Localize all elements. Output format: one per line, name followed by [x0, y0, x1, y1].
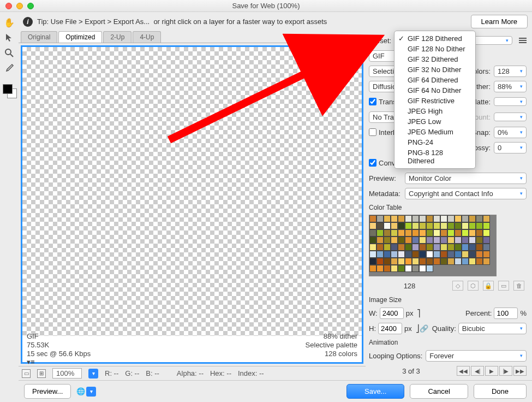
color-swatch-cell[interactable] [433, 244, 440, 251]
color-swatch-cell[interactable] [455, 251, 462, 258]
preview-button[interactable]: Preview... [24, 384, 71, 399]
ct-new-icon[interactable]: ▭ [498, 281, 509, 291]
color-swatch-cell[interactable] [426, 222, 433, 229]
first-frame-button[interactable]: ◀◀ [457, 366, 470, 376]
tab-optimized[interactable]: Optimized [58, 31, 102, 43]
color-swatch-cell[interactable] [384, 222, 391, 229]
ct-trash-icon[interactable]: 🗑 [513, 281, 524, 291]
color-swatch-cell[interactable] [440, 258, 447, 265]
tab-original[interactable]: Original [21, 31, 57, 43]
color-swatch-cell[interactable] [447, 222, 455, 229]
preset-option[interactable]: GIF 32 No Dither [394, 64, 475, 75]
zoom-tool[interactable] [2, 47, 16, 59]
color-swatch-cell[interactable] [469, 258, 476, 265]
zoom-dropdown-icon[interactable]: ▾ [88, 369, 98, 379]
color-swatch-cell[interactable] [369, 229, 376, 237]
color-swatch-cell[interactable] [469, 215, 476, 222]
hand-tool[interactable]: ✋ [2, 16, 16, 28]
color-swatch-cell[interactable] [483, 244, 490, 251]
preset-option[interactable]: JPEG Medium [394, 127, 475, 137]
save-button[interactable]: Save... [346, 384, 404, 399]
color-swatch-cell[interactable] [455, 222, 462, 229]
color-swatch-cell[interactable] [483, 229, 490, 237]
color-swatch-cell[interactable] [398, 265, 405, 272]
color-swatch-cell[interactable] [419, 229, 426, 237]
color-swatch-cell[interactable] [455, 215, 462, 222]
color-swatch-cell[interactable] [405, 244, 412, 251]
color-swatch-cell[interactable] [462, 244, 469, 251]
prev-frame-button[interactable]: ◀| [471, 366, 484, 376]
color-swatch-cell[interactable] [391, 222, 398, 229]
color-swatch-cell[interactable] [398, 244, 405, 251]
color-swatch-cell[interactable] [419, 251, 426, 258]
color-swatch-cell[interactable] [419, 222, 426, 229]
preset-option[interactable]: JPEG High [394, 106, 475, 116]
color-swatch-cell[interactable] [476, 237, 483, 244]
color-swatch-cell[interactable] [384, 265, 391, 272]
color-swatch-cell[interactable] [369, 258, 376, 265]
color-swatch-cell[interactable] [433, 237, 440, 244]
color-swatch-cell[interactable] [447, 244, 455, 251]
color-swatch-cell[interactable] [469, 244, 476, 251]
color-swatch[interactable] [2, 83, 17, 98]
preset-option[interactable]: GIF 128 No Dither [394, 44, 475, 54]
color-swatch-cell[interactable] [447, 251, 455, 258]
next-frame-button[interactable]: |▶ [499, 366, 512, 376]
learn-more-button[interactable]: Learn More [471, 15, 528, 28]
color-swatch-cell[interactable] [405, 229, 412, 237]
color-swatch-cell[interactable] [412, 244, 419, 251]
preset-option[interactable]: GIF 32 Dithered [394, 54, 475, 64]
preset-option[interactable]: PNG-24 [394, 137, 475, 147]
percent-input[interactable] [494, 308, 518, 319]
color-swatch-cell[interactable] [483, 222, 490, 229]
lossy-field[interactable]: 0▾ [494, 142, 527, 153]
color-swatch-cell[interactable] [369, 237, 376, 244]
flyout-menu-icon[interactable] [519, 38, 527, 43]
color-swatch-cell[interactable] [462, 251, 469, 258]
color-swatch-cell[interactable] [433, 222, 440, 229]
color-swatch-cell[interactable] [412, 251, 419, 258]
color-swatch-cell[interactable] [426, 244, 433, 251]
color-swatch-cell[interactable] [440, 237, 447, 244]
color-swatch-cell[interactable] [376, 222, 384, 229]
color-swatch-cell[interactable] [398, 237, 405, 244]
tab-4up[interactable]: 4-Up [133, 31, 161, 43]
cancel-button[interactable]: Cancel [410, 384, 468, 399]
color-swatch-cell[interactable] [398, 215, 405, 222]
color-swatch-cell[interactable] [433, 229, 440, 237]
color-swatch-cell[interactable] [426, 215, 433, 222]
color-swatch-cell[interactable] [384, 251, 391, 258]
color-swatch-cell[interactable] [447, 215, 455, 222]
color-swatch-cell[interactable] [483, 258, 490, 265]
color-swatch-cell[interactable] [412, 237, 419, 244]
color-swatch-cell[interactable] [447, 258, 455, 265]
color-swatch-cell[interactable] [384, 258, 391, 265]
color-swatch-cell[interactable] [391, 237, 398, 244]
color-swatch-cell[interactable] [391, 251, 398, 258]
browser-dropdown[interactable]: ▾ [86, 387, 96, 397]
color-table[interactable] [369, 215, 497, 276]
dither-amount[interactable]: 88%▾ [494, 81, 527, 92]
color-swatch-cell[interactable] [398, 229, 405, 237]
download-time-menu-icon[interactable]: ▾≡ [27, 358, 91, 366]
color-swatch-cell[interactable] [384, 244, 391, 251]
color-swatch-cell[interactable] [462, 215, 469, 222]
preset-dropdown-menu[interactable]: GIF 128 DitheredGIF 128 No DitherGIF 32 … [394, 31, 476, 169]
preview-profile-select[interactable]: Monitor Color▾ [405, 173, 527, 184]
color-swatch-cell[interactable] [469, 251, 476, 258]
color-swatch-cell[interactable] [433, 215, 440, 222]
color-swatch-cell[interactable] [391, 229, 398, 237]
color-swatch-cell[interactable] [398, 258, 405, 265]
color-swatch-cell[interactable] [469, 237, 476, 244]
color-swatch-cell[interactable] [376, 215, 384, 222]
color-swatch-cell[interactable] [455, 237, 462, 244]
color-swatch-cell[interactable] [476, 222, 483, 229]
ct-websafe-icon[interactable]: ⬡ [468, 281, 479, 291]
color-swatch-cell[interactable] [376, 237, 384, 244]
color-swatch-cell[interactable] [391, 265, 398, 272]
last-frame-button[interactable]: ▶▶ [513, 366, 527, 376]
color-swatch-cell[interactable] [440, 222, 447, 229]
color-swatch-cell[interactable] [433, 251, 440, 258]
ct-transparency-icon[interactable]: ◇ [452, 281, 463, 291]
color-swatch-cell[interactable] [483, 251, 490, 258]
